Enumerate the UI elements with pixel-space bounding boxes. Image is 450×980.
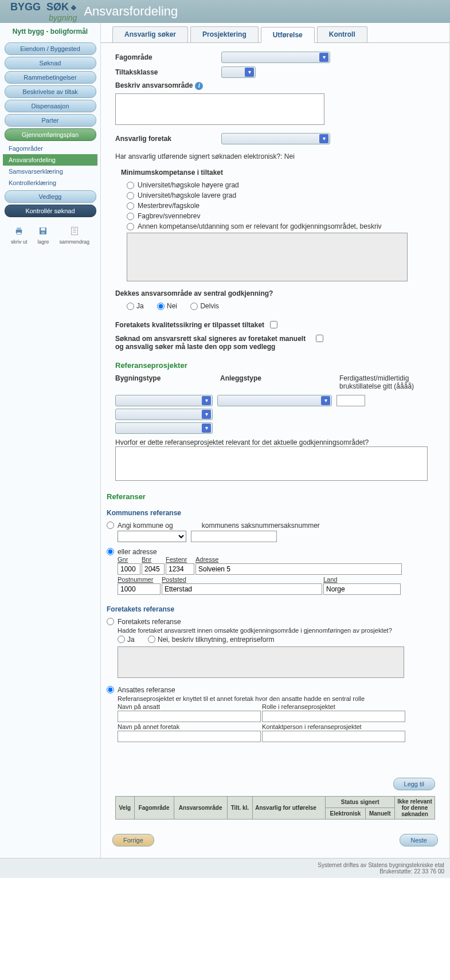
tiltaksklasse-label: Tiltaksklasse	[115, 68, 221, 76]
adresse-input[interactable]	[195, 563, 402, 575]
bnr-input[interactable]	[142, 563, 165, 575]
navn-foretak-input[interactable]	[118, 731, 261, 742]
svg-rect-1	[17, 228, 21, 230]
beskriv-textarea[interactable]	[115, 93, 324, 125]
page-title: Ansvarsfordeling	[84, 4, 178, 19]
svg-rect-5	[41, 232, 45, 234]
tab-kontroll[interactable]: Kontroll	[317, 26, 367, 42]
hadde-nei-radio[interactable]	[148, 636, 155, 643]
fagomrade-select[interactable]	[221, 52, 330, 63]
kontakt-input[interactable]	[262, 731, 405, 742]
nav-dispensasjon[interactable]: Dispensasjon	[5, 100, 96, 112]
ferdigattest-input[interactable]	[336, 395, 365, 406]
svg-rect-2	[17, 232, 21, 234]
print-icon	[14, 226, 24, 236]
hadde-textarea[interactable]	[118, 646, 404, 678]
foretak-ref-label: Foretakets referanse	[118, 618, 435, 626]
svg-rect-4	[41, 228, 46, 230]
bygningstype-select-2[interactable]	[115, 409, 213, 420]
eller-adresse-radio[interactable]	[107, 548, 114, 555]
festenr-input[interactable]	[166, 563, 194, 575]
logo-subtitle: bygning	[49, 13, 77, 22]
navn-ansatt-input[interactable]	[118, 711, 261, 722]
nav-parter[interactable]: Parter	[5, 114, 96, 127]
tool-save[interactable]: lagre	[37, 226, 49, 245]
sidebar: Nytt bygg - boligformål Eiendom / Bygges…	[0, 23, 100, 858]
manuell-checkbox[interactable]	[316, 335, 323, 342]
nav-kontroller-soknad[interactable]: Kontrollér søknad	[5, 205, 96, 217]
hadde-label: Hadde foretaket ansvarsrett innen omsøkt…	[118, 627, 435, 634]
forrige-button[interactable]: Forrige	[112, 834, 154, 846]
nav-kontroller[interactable]: Kontrollerklæring	[3, 177, 97, 189]
relevans-label: Hvorfor er dette referanseprosjektet rel…	[115, 438, 435, 446]
bygningstype-select-3[interactable]	[115, 422, 213, 434]
neste-button[interactable]: Neste	[400, 834, 438, 846]
dekkes-delvis[interactable]	[190, 303, 198, 310]
fagomrade-label: Fagområde	[115, 53, 221, 61]
dekkes-nei[interactable]	[157, 303, 165, 310]
tab-prosjektering[interactable]: Prosjektering	[190, 26, 259, 42]
nav-samsvar[interactable]: Samsvarserklæring	[3, 166, 97, 177]
kommune-select[interactable]	[118, 531, 186, 542]
tiltaksklasse-select[interactable]	[221, 66, 256, 78]
svg-rect-6	[72, 227, 78, 235]
nav-eiendom[interactable]: Eiendom / Byggested	[5, 42, 96, 55]
foretak-ref-radio[interactable]	[107, 618, 114, 625]
nav-beskrivelse[interactable]: Beskrivelse av tiltak	[5, 85, 96, 98]
angi-kommune-radio[interactable]	[107, 522, 114, 529]
summary-icon	[69, 226, 80, 236]
logo-icon: ❖	[71, 4, 77, 12]
beskriv-label: Beskriv ansvarsområdei	[115, 81, 221, 90]
nav-fagomrader[interactable]: Fagområder	[3, 143, 97, 154]
nav-rammebetingelser[interactable]: Rammebetingelser	[5, 71, 96, 84]
referanser-h: Referanser	[107, 492, 435, 501]
gnr-input[interactable]	[118, 563, 140, 575]
tool-summary[interactable]: sammendrag	[60, 226, 90, 245]
ansatt-text: Referanseprosjektet er knyttet til et an…	[118, 695, 435, 702]
nav-ansvarsfordeling[interactable]: Ansvarsfordeling	[3, 154, 97, 166]
ferdigattest-h: Ferdigattest/midlertidig brukstillatelse…	[339, 374, 425, 390]
komp-radio-2[interactable]	[127, 202, 134, 210]
nav-soknad[interactable]: Søknad	[5, 57, 96, 69]
ansatt-ref-label: Ansattes referanse	[118, 686, 435, 694]
poststed-input[interactable]	[162, 583, 322, 595]
save-icon	[38, 226, 48, 236]
footer: Systemet driftes av Statens bygningstekn…	[0, 858, 450, 878]
ansatt-ref-radio[interactable]	[107, 686, 114, 693]
legg-til-button[interactable]: Legg til	[393, 778, 435, 790]
tab-bar: Ansvarlig søker Prosjektering Utførelse …	[101, 26, 449, 42]
komp-radio-3[interactable]	[127, 213, 134, 220]
kvalitet-checkbox[interactable]	[270, 321, 277, 328]
komp-radio-4[interactable]	[127, 223, 134, 230]
komp-radio-0[interactable]	[127, 182, 134, 189]
anleggstype-h: Anleggstype	[220, 374, 335, 382]
dekkes-ja[interactable]	[127, 303, 134, 310]
foretak-ref-h: Foretakets referanse	[107, 605, 435, 613]
postnr-input[interactable]	[118, 583, 161, 595]
bygningstype-h: Bygningstype	[115, 374, 216, 382]
ansvarlig-foretak-select[interactable]	[221, 133, 330, 144]
tab-utforelse[interactable]: Utførelse	[261, 27, 315, 43]
nav-vedlegg[interactable]: Vedlegg	[5, 190, 96, 203]
saksnr-label: kommunens saksnummersaksnummer	[202, 522, 320, 530]
rolle-input[interactable]	[262, 711, 405, 722]
saksnr-input[interactable]	[191, 531, 277, 542]
relevans-textarea[interactable]	[115, 446, 428, 481]
info-icon[interactable]: i	[195, 82, 203, 90]
komp-radio-1[interactable]	[127, 192, 134, 199]
main-content: Ansvarlig søker Prosjektering Utførelse …	[100, 23, 450, 858]
komp-textarea[interactable]	[127, 233, 408, 281]
nav-gjennomforingsplan[interactable]: Gjennomføringsplan	[5, 128, 96, 141]
tool-print[interactable]: skriv ut	[11, 226, 28, 245]
angi-kommune-label: Angi kommune og	[118, 522, 173, 530]
kvalitet-label: Foretakets kvalitetssikring er tilpasset…	[115, 321, 264, 329]
ansvarlig-foretak-label: Ansvarlig foretak	[115, 135, 221, 143]
ansvar-table: Velg Fagområde Ansvarsområde Tilt. kl. A…	[115, 796, 435, 820]
anleggstype-select[interactable]	[217, 395, 332, 406]
app-header: BYGGSØK ❖ bygning Ansvarsfordeling	[0, 0, 450, 23]
signert-text: Har ansvarlig utførende signert søknaden…	[115, 152, 435, 160]
land-input[interactable]	[323, 583, 401, 595]
tab-ansvarlig-soker[interactable]: Ansvarlig søker	[112, 26, 188, 42]
bygningstype-select-1[interactable]	[115, 395, 213, 406]
hadde-ja-radio[interactable]	[118, 636, 125, 643]
